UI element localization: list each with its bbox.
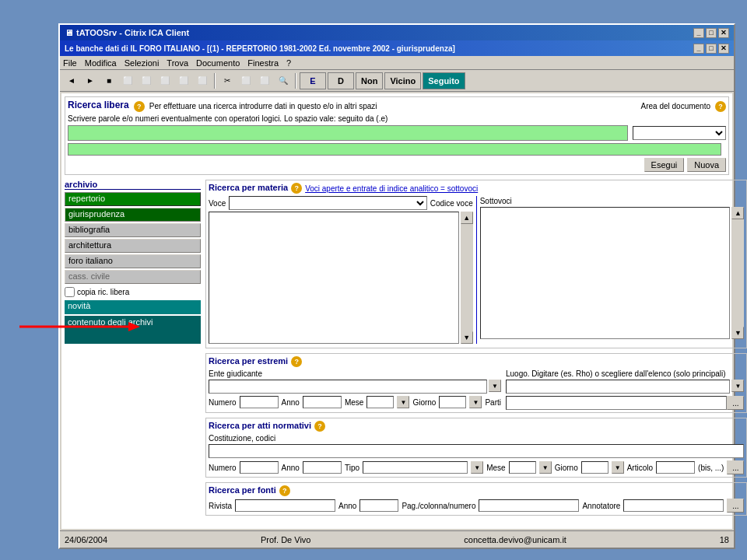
d-button[interactable]: D bbox=[328, 72, 354, 89]
paste-button[interactable]: ⬜ bbox=[256, 72, 273, 89]
norme-articolo-input[interactable] bbox=[656, 461, 695, 474]
area-doc-select[interactable] bbox=[633, 126, 726, 140]
tb-btn-3[interactable]: ⬜ bbox=[119, 72, 136, 89]
voce-listbox[interactable] bbox=[209, 212, 459, 344]
nav-architettura[interactable]: architettura bbox=[65, 239, 201, 253]
menu-finestra[interactable]: Finestra bbox=[247, 58, 279, 68]
fonti-anno-input[interactable] bbox=[359, 499, 398, 512]
ente-dropdown[interactable]: ▼ bbox=[489, 380, 501, 392]
nuova-button[interactable]: Nuova bbox=[687, 158, 726, 172]
menu-help[interactable]: ? bbox=[286, 58, 291, 68]
app-close-button[interactable]: ✕ bbox=[718, 44, 729, 54]
giorno-dropdown[interactable]: ▼ bbox=[469, 396, 482, 408]
ricerca-norme-section: Ricerca per atti normativi ? Costituzion… bbox=[205, 418, 747, 478]
sottovoci-listbox[interactable] bbox=[480, 207, 731, 339]
materia-link[interactable]: Voci aperte e entrate di indice analitic… bbox=[305, 184, 478, 193]
minimize-button[interactable]: _ bbox=[693, 28, 704, 38]
copy-button[interactable]: ⬜ bbox=[237, 72, 254, 89]
costituzione-input[interactable] bbox=[209, 444, 744, 458]
menu-trova[interactable]: Trova bbox=[167, 58, 188, 68]
mese-input[interactable] bbox=[366, 396, 394, 408]
menu-selezioni[interactable]: Selezioni bbox=[124, 58, 160, 68]
nav-giurisprudenza[interactable]: giurisprudenza bbox=[65, 208, 201, 222]
voce-scroll-down[interactable]: ▼ bbox=[461, 331, 473, 344]
app-maximize-button[interactable]: □ bbox=[706, 44, 717, 54]
forward-button[interactable]: ► bbox=[82, 72, 99, 89]
fonti-title: Ricerca per fonti bbox=[209, 485, 276, 495]
area-doc-help[interactable]: ? bbox=[715, 101, 726, 112]
norme-mese-dropdown[interactable]: ▼ bbox=[539, 461, 552, 474]
tb-btn-5[interactable]: ⬜ bbox=[156, 72, 174, 89]
giorno-input[interactable] bbox=[439, 396, 466, 408]
parti-input[interactable] bbox=[506, 396, 727, 410]
ricerca-libera-input[interactable] bbox=[68, 125, 628, 141]
sottovoci-scroll-up[interactable]: ▲ bbox=[731, 207, 744, 219]
e-button[interactable]: E bbox=[300, 72, 326, 89]
sottovoci-scroll-down[interactable]: ▼ bbox=[731, 327, 744, 339]
nav-repertorio[interactable]: repertorio bbox=[65, 192, 201, 206]
ricerca-libera-help[interactable]: ? bbox=[134, 101, 145, 112]
norme-giorno-dropdown[interactable]: ▼ bbox=[612, 461, 624, 474]
annotatore-input[interactable] bbox=[623, 499, 724, 512]
norme-numero-input[interactable] bbox=[240, 461, 279, 474]
tb-btn-7[interactable]: ⬜ bbox=[194, 72, 211, 89]
vicino-button[interactable]: Vicino bbox=[384, 72, 421, 89]
tb-btn-6[interactable]: ⬜ bbox=[175, 72, 192, 89]
seguito-button[interactable]: Seguito bbox=[423, 72, 465, 89]
title-bar-controls[interactable]: _ □ ✕ bbox=[693, 28, 729, 38]
luogo-dropdown[interactable]: ▼ bbox=[731, 380, 744, 392]
pag-input[interactable] bbox=[479, 499, 579, 512]
estremi-help[interactable]: ? bbox=[291, 356, 302, 367]
ente-input-row: ▼ bbox=[209, 380, 501, 394]
esegui-button[interactable]: Esegui bbox=[644, 158, 685, 172]
nav-cass-civile[interactable]: cass. civile bbox=[65, 270, 201, 284]
numero-input[interactable] bbox=[240, 396, 279, 408]
nav-bibliografia[interactable]: bibliografia bbox=[65, 223, 201, 237]
norme-mese-input[interactable] bbox=[509, 461, 536, 474]
materia-help[interactable]: ? bbox=[291, 183, 302, 194]
app-minimize-button[interactable]: _ bbox=[693, 44, 704, 54]
anno-input[interactable] bbox=[303, 396, 342, 408]
menu-modifica[interactable]: Modifica bbox=[85, 58, 117, 68]
norme-anno-label: Anno bbox=[282, 464, 300, 472]
ricerca-libera-subdesc-text: Scrivere parole e/o numeri eventualmente… bbox=[68, 114, 388, 123]
fonti-help[interactable]: ? bbox=[279, 485, 290, 496]
back-button[interactable]: ◄ bbox=[63, 72, 80, 89]
tb-btn-4[interactable]: ⬜ bbox=[138, 72, 155, 89]
maximize-button[interactable]: □ bbox=[706, 28, 717, 38]
ente-input[interactable] bbox=[209, 380, 487, 394]
norme-giorno-input[interactable] bbox=[581, 461, 608, 474]
luogo-col: Luogo. Digitare (es. Rho) o scegliere da… bbox=[506, 369, 744, 410]
nav-foro-italiano[interactable]: foro italiano bbox=[65, 254, 201, 268]
norme-help[interactable]: ? bbox=[314, 421, 325, 432]
voce-scroll-up[interactable]: ▲ bbox=[461, 212, 473, 224]
left-panel: archivio repertorio giurisprudenza bibli… bbox=[65, 180, 201, 520]
title-bar-left: 🖥 tATOOSrv - Citrix ICA Client bbox=[65, 28, 189, 37]
norme-anno-input[interactable] bbox=[303, 461, 342, 474]
fonti-ellipsis[interactable]: ... bbox=[727, 499, 744, 513]
non-button[interactable]: Non bbox=[356, 72, 383, 89]
parti-ellipsis[interactable]: ... bbox=[727, 396, 744, 410]
nav-novita[interactable]: novità bbox=[65, 300, 201, 314]
two-col-layout: archivio repertorio giurisprudenza bibli… bbox=[65, 180, 729, 520]
sottovoci-label: Sottovoci bbox=[480, 197, 512, 205]
rivista-input[interactable] bbox=[235, 499, 335, 512]
menu-documento[interactable]: Documento bbox=[196, 58, 240, 68]
cut-button[interactable]: ✂ bbox=[219, 72, 236, 89]
ricerca-libera-input2[interactable] bbox=[68, 143, 721, 156]
app-title-controls[interactable]: _ □ ✕ bbox=[693, 44, 729, 54]
stop-button[interactable]: ■ bbox=[100, 72, 117, 89]
search-button[interactable]: 🔍 bbox=[275, 72, 292, 89]
copia-ric-checkbox[interactable] bbox=[65, 287, 75, 297]
mese-dropdown[interactable]: ▼ bbox=[397, 396, 409, 408]
toolbar-separator-2 bbox=[295, 73, 296, 89]
menu-file[interactable]: File bbox=[63, 58, 77, 68]
close-button[interactable]: ✕ bbox=[718, 28, 729, 38]
luogo-input[interactable] bbox=[506, 380, 730, 394]
norme-tipo-dropdown[interactable]: ▼ bbox=[471, 461, 483, 474]
voce-label: Voce bbox=[209, 199, 226, 208]
fonti-anno-label: Anno bbox=[338, 502, 356, 510]
voce-select[interactable] bbox=[229, 196, 426, 210]
norme-tipo-input[interactable] bbox=[363, 461, 468, 474]
norme-ellipsis[interactable]: ... bbox=[727, 460, 744, 474]
